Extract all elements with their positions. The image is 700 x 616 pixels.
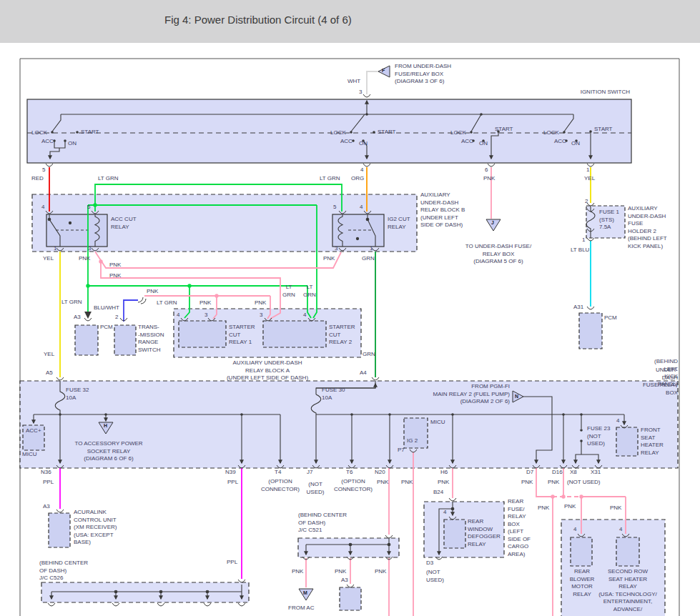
- fuse-32-label: FUSE 32 10A: [66, 387, 89, 402]
- triangle-h-letter: H: [104, 423, 107, 429]
- wire-label-ltgrn: LT GRN: [157, 299, 177, 307]
- pin-x31: X31: [591, 469, 601, 477]
- ig2-cut-relay-label: IG2 CUT RELAY: [388, 216, 410, 231]
- jc-c526-label: (BEHIND CENTER OF DASH) J/C C526: [39, 560, 88, 582]
- micu-label: MICU: [22, 451, 36, 459]
- pin-t6: T6: [346, 469, 353, 477]
- from-pgmfi-note: FROM PGM-FI MAIN RELAY 2 (FUEL PUMP) (DI…: [433, 383, 510, 406]
- pin-x8: X8: [570, 469, 577, 477]
- front-seat-heater-relay-label: FRONT SEAT HEATER RELAY: [641, 427, 664, 457]
- not-used-note: (NOT USED): [426, 569, 444, 584]
- to-accessory-socket-note: TO ACCESSORY POWER SOCKET RELAY (DIAGRAM…: [74, 440, 142, 463]
- underdash-box-label: UNDER-DASH FUSE/RELAY BOX: [643, 367, 678, 397]
- wire-label-grn: GRN: [363, 351, 375, 359]
- pin-a3: A3: [74, 314, 81, 322]
- from-ac-note: FROM AC: [288, 605, 314, 612]
- not-used-note: (NOT USED): [307, 481, 325, 496]
- wire-label-pnk: PNK: [109, 262, 121, 269]
- pin-a3: A3: [341, 577, 348, 585]
- to-underdash-note: TO UNDER-DASH FUSE/ RELAY BOX (DIAGRAM 5…: [465, 243, 531, 266]
- pin-d7: D7: [526, 469, 533, 477]
- pin-5: 5: [87, 204, 90, 212]
- wire-label-bluwht: BLU/WHT: [94, 304, 119, 312]
- starter-cut-relay-1-label: STARTER CUT RELAY 1: [229, 324, 255, 347]
- rear-blower-motor-relay-label: REAR BLOWER MOTOR RELAY: [570, 568, 595, 598]
- pin-1: 1: [586, 167, 589, 174]
- fuse-30-label: FUSE 30 10A: [322, 387, 345, 402]
- wire-label-pnk: PNK: [377, 479, 388, 487]
- ign-lock-4: LOCK: [543, 129, 559, 137]
- rear-fuse-relay-box-label: REAR FUSE/ RELAY BOX (LEFT SIDE OF CARGO…: [508, 498, 531, 558]
- triangle-j-letter: J: [491, 220, 494, 226]
- pin-4: 4: [360, 204, 363, 212]
- ign-acc-3: ACC: [461, 138, 473, 146]
- wire-label-pnk: PNK: [438, 479, 449, 487]
- starter-cut-relay-2-label: STARTER CUT RELAY 2: [329, 324, 355, 347]
- option-connector-note: (OPTION CONNECTOR): [334, 478, 373, 493]
- ign-start-3: START: [495, 126, 513, 134]
- pin-4: 4: [443, 509, 446, 517]
- wire-label-yel: YEL: [584, 175, 595, 183]
- pin-1: 1: [54, 245, 56, 253]
- wire-label-pnk: PNK: [292, 568, 303, 576]
- ign-acc-1: ACC: [41, 138, 54, 146]
- pin-1: 1: [582, 237, 585, 244]
- ign-acc-4: ACC: [554, 138, 566, 146]
- ignition-switch-label: IGNITION SWITCH: [581, 89, 630, 96]
- wire-label-ltgrn: LT GRN: [61, 299, 82, 307]
- pin-a5: A5: [46, 369, 53, 377]
- ign-start-2: START: [378, 129, 395, 136]
- wire-label-org: ORG: [351, 175, 364, 183]
- triangle-n-letter: N: [515, 394, 518, 399]
- relay-block-a-label: AUXILIARY UNDER-DASH RELAY BLOCK A (UNDE…: [227, 359, 308, 382]
- pin-n39: N39: [225, 469, 236, 477]
- relay-block-b-label: AUXILIARY UNDER-DASH RELAY BLOCK B (UNDE…: [420, 192, 465, 229]
- pin-6: 6: [485, 167, 488, 174]
- wire-label-red: RED: [31, 175, 44, 183]
- pin-3: 3: [88, 245, 91, 253]
- pin-1: 1: [370, 245, 373, 253]
- wire-label-ltgrn: LT GRN: [98, 175, 119, 183]
- acc-cut-relay-label: ACC CUT RELAY: [111, 216, 137, 231]
- ign-start-1: START: [81, 129, 99, 136]
- wire-label-wht: WHT: [347, 78, 360, 86]
- ign-on-4: ON: [571, 140, 580, 148]
- second-row-seat-heater-relay-label: SECOND ROW SEAT HEATER RELAY (USA: TECHN…: [598, 568, 657, 613]
- pin-p7: P7: [398, 447, 405, 454]
- pin-4: 4: [360, 167, 363, 174]
- wire-label-yel: YEL: [44, 351, 54, 359]
- pin-5: 5: [333, 204, 336, 212]
- triangle-f-letter: F: [382, 68, 385, 74]
- pcm-label: PCM: [604, 314, 617, 322]
- wire-label-pnk: PNK: [199, 299, 211, 307]
- pin-a4: A4: [360, 369, 367, 377]
- not-used-note: (NOT USED): [567, 479, 601, 487]
- wire-label-pnk: PNK: [335, 568, 346, 576]
- wire-label-pnk: PNK: [375, 568, 386, 576]
- wire-label-pnk: PNK: [401, 479, 413, 487]
- pin-d16: D16: [552, 469, 563, 477]
- micu-label: MICU: [430, 419, 445, 427]
- wire-label-pnk: PNK: [610, 505, 621, 512]
- fuse-23-label: FUSE 23 (NOT USED): [587, 425, 610, 448]
- fuse-holder-2-label: AUXILIARY UNDER-DASH FUSE HOLDER 2 (BEHI…: [628, 205, 667, 250]
- pin-3: 3: [204, 312, 207, 319]
- wire-label-ltgrn: LT GRN: [303, 284, 316, 299]
- pin-4: 4: [303, 312, 306, 319]
- acuralink-label: ACURALINK CONTROL UNIT (XM RECEIVER) (US…: [74, 509, 117, 547]
- pin-3: 3: [359, 89, 362, 96]
- wire-label-pnk: PNK: [147, 288, 158, 296]
- wire-label-ltgrn: LT GRN: [320, 175, 340, 183]
- transmission-range-switch-label: TRANS- -MISSION RANGE SWITCH: [138, 324, 164, 354]
- wire-label-yel: YEL: [43, 255, 54, 263]
- wire-label-pnk: PNK: [564, 503, 576, 511]
- pin-3: 3: [260, 312, 262, 319]
- wire-label-ppl: PPL: [43, 479, 54, 487]
- pin-5: 5: [42, 167, 45, 174]
- rear-window-defogger-relay-label: REAR WINDOW DEFOGGER RELAY: [468, 518, 501, 548]
- pin-n20: N20: [375, 469, 385, 477]
- wire-label-pnk: PNK: [548, 479, 559, 487]
- from-underdash-note: FROM UNDER-DASH FUSE/RELAY BOX (DIAGRAM …: [395, 63, 451, 86]
- fuse-1-label: FUSE 1 (STS) 7.5A: [599, 209, 619, 232]
- ign-lock-3: LOCK: [450, 129, 466, 137]
